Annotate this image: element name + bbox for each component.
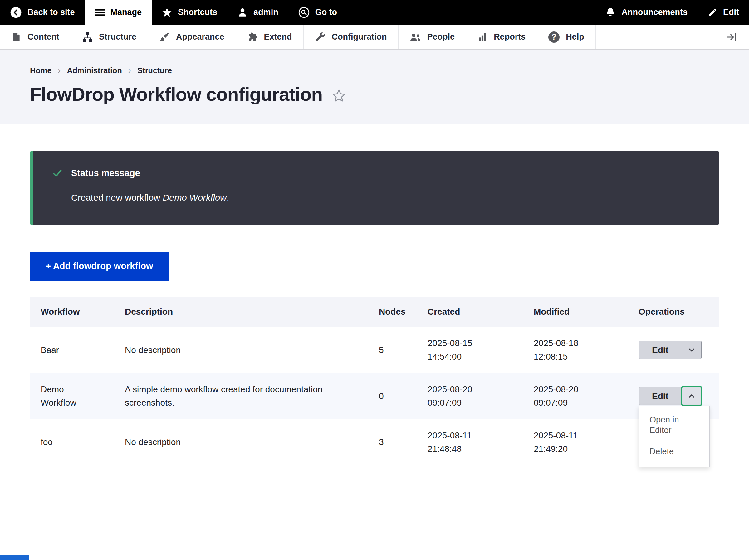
cell-modified: 2025-08-18 12:08:15 bbox=[524, 327, 629, 373]
cell-nodes: 0 bbox=[374, 373, 418, 419]
user-menu[interactable]: admin bbox=[227, 0, 288, 25]
table-row: foo No description 3 2025-08-11 21:48:48… bbox=[30, 419, 719, 465]
pencil-icon bbox=[707, 7, 718, 18]
check-icon bbox=[52, 169, 62, 178]
cell-description: No description bbox=[125, 327, 374, 373]
back-icon bbox=[10, 6, 22, 18]
toolbar-orientation-toggle[interactable] bbox=[714, 25, 749, 49]
table-row: Baar No description 5 2025-08-15 14:54:0… bbox=[30, 327, 719, 373]
wrench-icon bbox=[315, 32, 325, 42]
menu-label-extend: Extend bbox=[264, 32, 292, 42]
cell-description: A simple demo workflow created for docum… bbox=[125, 373, 374, 419]
announcements-button[interactable]: Announcements bbox=[595, 0, 698, 25]
edit-dropbutton: Edit bbox=[639, 387, 702, 405]
browser-status-artifact bbox=[0, 555, 29, 560]
page-title: FlowDrop Workflow configuration bbox=[30, 84, 322, 105]
menu-label-content: Content bbox=[27, 32, 59, 42]
help-icon bbox=[548, 31, 560, 43]
user-label: admin bbox=[253, 7, 278, 17]
col-header-nodes: Nodes bbox=[374, 297, 418, 327]
cell-workflow: Demo Workflow bbox=[30, 373, 125, 419]
menu-item-extend[interactable]: Extend bbox=[236, 25, 304, 49]
back-to-site-label: Back to site bbox=[27, 7, 75, 17]
manage-tab[interactable]: Manage bbox=[85, 0, 152, 25]
menu-item-structure[interactable]: Structure bbox=[71, 25, 148, 49]
menu-item-content[interactable]: Content bbox=[0, 25, 71, 49]
breadcrumb-structure[interactable]: Structure bbox=[137, 66, 172, 75]
table-row: Demo Workflow A simple demo workflow cre… bbox=[30, 373, 719, 419]
menu-label-configuration: Configuration bbox=[332, 32, 387, 42]
menu-item-delete[interactable]: Delete bbox=[639, 443, 709, 460]
menu-item-appearance[interactable]: Appearance bbox=[148, 25, 236, 49]
breadcrumb: Home › Administration › Structure bbox=[30, 66, 719, 75]
shortcuts-tab[interactable]: Shortcuts bbox=[152, 0, 227, 25]
edit-mode-label: Edit bbox=[723, 7, 739, 17]
menu-item-help[interactable]: Help bbox=[537, 25, 596, 49]
goto-label: Go to bbox=[315, 7, 337, 17]
status-message-body: Created new workflow Demo Workflow. bbox=[71, 192, 700, 204]
menu-item-people[interactable]: People bbox=[399, 25, 467, 49]
cell-modified: 2025-08-11 21:49:20 bbox=[524, 419, 629, 465]
status-body-workflow-name: Demo Workflow bbox=[163, 193, 227, 203]
back-to-site-button[interactable]: Back to site bbox=[0, 0, 85, 25]
edit-button[interactable]: Edit bbox=[639, 387, 682, 405]
menu-item-configuration[interactable]: Configuration bbox=[304, 25, 399, 49]
dropdown-toggle[interactable] bbox=[682, 341, 701, 359]
menu-label-reports: Reports bbox=[494, 32, 526, 42]
shortcuts-label: Shortcuts bbox=[178, 7, 217, 17]
puzzle-icon bbox=[247, 32, 258, 42]
operations-dropdown-menu: Open in Editor Delete bbox=[639, 406, 710, 467]
cell-modified: 2025-08-20 09:07:09 bbox=[524, 373, 629, 419]
menu-item-reports[interactable]: Reports bbox=[466, 25, 537, 49]
goto-button[interactable]: Go to bbox=[288, 0, 347, 25]
menu-item-open-in-editor[interactable]: Open in Editor bbox=[639, 411, 709, 439]
toolbar-orientation-icon bbox=[726, 31, 737, 43]
admin-menu-bar: Content Structure Appearance Extend Conf… bbox=[0, 25, 749, 50]
cell-nodes: 5 bbox=[374, 327, 418, 373]
hamburger-icon bbox=[95, 7, 105, 18]
col-header-created: Created bbox=[418, 297, 524, 327]
col-header-operations: Operations bbox=[629, 297, 719, 327]
people-icon bbox=[410, 32, 421, 42]
cell-workflow: Baar bbox=[30, 327, 125, 373]
col-header-description: Description bbox=[125, 297, 374, 327]
star-icon bbox=[162, 7, 172, 18]
menu-label-help: Help bbox=[566, 32, 584, 42]
status-body-prefix: Created new workflow bbox=[71, 193, 163, 203]
breadcrumb-administration[interactable]: Administration bbox=[67, 66, 122, 75]
cell-created: 2025-08-20 09:07:09 bbox=[418, 373, 524, 419]
edit-button[interactable]: Edit bbox=[639, 341, 682, 359]
add-flowdrop-workflow-button[interactable]: + Add flowdrop workflow bbox=[30, 252, 169, 281]
status-message: Status message Created new workflow Demo… bbox=[30, 151, 719, 225]
structure-icon bbox=[82, 32, 93, 42]
user-icon bbox=[237, 7, 248, 18]
manage-label: Manage bbox=[110, 7, 142, 17]
search-icon bbox=[298, 7, 309, 18]
cell-nodes: 3 bbox=[374, 419, 418, 465]
dropdown-toggle-open[interactable] bbox=[682, 387, 701, 405]
main-content: Status message Created new workflow Demo… bbox=[0, 151, 749, 465]
paintbrush-icon bbox=[159, 32, 170, 42]
edit-mode-button[interactable]: Edit bbox=[698, 0, 749, 25]
workflow-table: Workflow Description Nodes Created Modif… bbox=[30, 297, 719, 466]
menu-label-people: People bbox=[427, 32, 455, 42]
cell-workflow: foo bbox=[30, 419, 125, 465]
bar-chart-icon bbox=[477, 32, 488, 42]
cell-operations: Edit bbox=[629, 327, 719, 373]
status-message-title: Status message bbox=[71, 168, 140, 178]
col-header-workflow: Workflow bbox=[30, 297, 125, 327]
cell-description: No description bbox=[125, 419, 374, 465]
document-icon bbox=[11, 32, 21, 42]
status-body-suffix: . bbox=[227, 193, 229, 203]
cell-operations: Edit Open in Editor Delete bbox=[629, 373, 719, 419]
bell-icon bbox=[605, 7, 616, 18]
breadcrumb-separator: › bbox=[58, 66, 61, 75]
favorite-star-icon[interactable] bbox=[332, 89, 346, 103]
toolbar-spacer bbox=[347, 0, 595, 25]
breadcrumb-home[interactable]: Home bbox=[30, 66, 51, 75]
menu-label-appearance: Appearance bbox=[176, 32, 224, 42]
cell-created: 2025-08-11 21:48:48 bbox=[418, 419, 524, 465]
menu-label-structure: Structure bbox=[99, 32, 136, 42]
chevron-up-icon bbox=[687, 391, 696, 400]
admin-menu-spacer bbox=[596, 25, 714, 49]
